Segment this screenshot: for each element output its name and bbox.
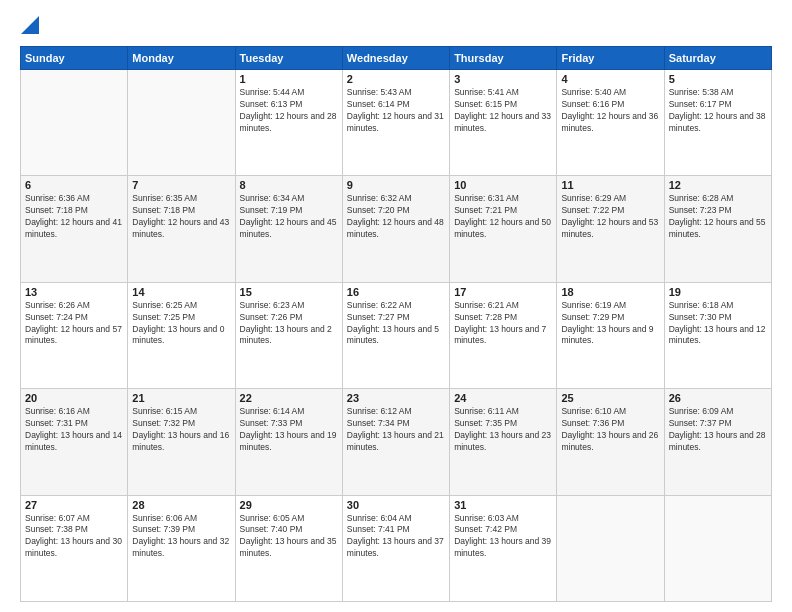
- calendar-cell: 6Sunrise: 6:36 AMSunset: 7:18 PMDaylight…: [21, 176, 128, 282]
- calendar-cell: 18Sunrise: 6:19 AMSunset: 7:29 PMDayligh…: [557, 282, 664, 388]
- day-info: Sunrise: 6:05 AMSunset: 7:40 PMDaylight:…: [240, 513, 338, 561]
- calendar-cell: [664, 495, 771, 601]
- calendar-cell: 16Sunrise: 6:22 AMSunset: 7:27 PMDayligh…: [342, 282, 449, 388]
- day-number: 24: [454, 392, 552, 404]
- day-number: 25: [561, 392, 659, 404]
- calendar-cell: [21, 70, 128, 176]
- day-number: 3: [454, 73, 552, 85]
- day-info: Sunrise: 6:04 AMSunset: 7:41 PMDaylight:…: [347, 513, 445, 561]
- calendar-cell: 19Sunrise: 6:18 AMSunset: 7:30 PMDayligh…: [664, 282, 771, 388]
- day-number: 4: [561, 73, 659, 85]
- calendar-cell: 10Sunrise: 6:31 AMSunset: 7:21 PMDayligh…: [450, 176, 557, 282]
- day-info: Sunrise: 6:03 AMSunset: 7:42 PMDaylight:…: [454, 513, 552, 561]
- day-number: 30: [347, 499, 445, 511]
- calendar-cell: 3Sunrise: 5:41 AMSunset: 6:15 PMDaylight…: [450, 70, 557, 176]
- day-info: Sunrise: 6:11 AMSunset: 7:35 PMDaylight:…: [454, 406, 552, 454]
- day-number: 27: [25, 499, 123, 511]
- day-info: Sunrise: 6:12 AMSunset: 7:34 PMDaylight:…: [347, 406, 445, 454]
- day-number: 2: [347, 73, 445, 85]
- day-number: 20: [25, 392, 123, 404]
- day-number: 23: [347, 392, 445, 404]
- day-info: Sunrise: 6:25 AMSunset: 7:25 PMDaylight:…: [132, 300, 230, 348]
- calendar-week-row: 6Sunrise: 6:36 AMSunset: 7:18 PMDaylight…: [21, 176, 772, 282]
- day-number: 8: [240, 179, 338, 191]
- day-info: Sunrise: 5:40 AMSunset: 6:16 PMDaylight:…: [561, 87, 659, 135]
- logo: [20, 16, 39, 36]
- calendar-cell: 31Sunrise: 6:03 AMSunset: 7:42 PMDayligh…: [450, 495, 557, 601]
- day-number: 1: [240, 73, 338, 85]
- calendar-cell: 8Sunrise: 6:34 AMSunset: 7:19 PMDaylight…: [235, 176, 342, 282]
- day-number: 10: [454, 179, 552, 191]
- svg-marker-0: [21, 16, 39, 34]
- calendar-cell: 7Sunrise: 6:35 AMSunset: 7:18 PMDaylight…: [128, 176, 235, 282]
- day-info: Sunrise: 6:31 AMSunset: 7:21 PMDaylight:…: [454, 193, 552, 241]
- weekday-header-friday: Friday: [557, 47, 664, 70]
- calendar-cell: 28Sunrise: 6:06 AMSunset: 7:39 PMDayligh…: [128, 495, 235, 601]
- day-number: 22: [240, 392, 338, 404]
- header: [20, 16, 772, 36]
- day-number: 5: [669, 73, 767, 85]
- calendar-cell: 29Sunrise: 6:05 AMSunset: 7:40 PMDayligh…: [235, 495, 342, 601]
- day-number: 14: [132, 286, 230, 298]
- calendar-cell: 4Sunrise: 5:40 AMSunset: 6:16 PMDaylight…: [557, 70, 664, 176]
- day-info: Sunrise: 6:14 AMSunset: 7:33 PMDaylight:…: [240, 406, 338, 454]
- calendar-week-row: 1Sunrise: 5:44 AMSunset: 6:13 PMDaylight…: [21, 70, 772, 176]
- day-number: 31: [454, 499, 552, 511]
- weekday-header-monday: Monday: [128, 47, 235, 70]
- calendar-cell: 14Sunrise: 6:25 AMSunset: 7:25 PMDayligh…: [128, 282, 235, 388]
- day-number: 19: [669, 286, 767, 298]
- day-number: 21: [132, 392, 230, 404]
- day-info: Sunrise: 6:35 AMSunset: 7:18 PMDaylight:…: [132, 193, 230, 241]
- weekday-header-wednesday: Wednesday: [342, 47, 449, 70]
- day-number: 29: [240, 499, 338, 511]
- day-info: Sunrise: 6:18 AMSunset: 7:30 PMDaylight:…: [669, 300, 767, 348]
- page: SundayMondayTuesdayWednesdayThursdayFrid…: [0, 0, 792, 612]
- day-number: 12: [669, 179, 767, 191]
- day-info: Sunrise: 6:06 AMSunset: 7:39 PMDaylight:…: [132, 513, 230, 561]
- calendar-cell: 25Sunrise: 6:10 AMSunset: 7:36 PMDayligh…: [557, 389, 664, 495]
- calendar-cell: 22Sunrise: 6:14 AMSunset: 7:33 PMDayligh…: [235, 389, 342, 495]
- calendar-cell: 13Sunrise: 6:26 AMSunset: 7:24 PMDayligh…: [21, 282, 128, 388]
- calendar-cell: 15Sunrise: 6:23 AMSunset: 7:26 PMDayligh…: [235, 282, 342, 388]
- calendar-cell: 11Sunrise: 6:29 AMSunset: 7:22 PMDayligh…: [557, 176, 664, 282]
- day-number: 16: [347, 286, 445, 298]
- day-info: Sunrise: 5:38 AMSunset: 6:17 PMDaylight:…: [669, 87, 767, 135]
- calendar-cell: [557, 495, 664, 601]
- calendar-header-row: SundayMondayTuesdayWednesdayThursdayFrid…: [21, 47, 772, 70]
- day-info: Sunrise: 6:22 AMSunset: 7:27 PMDaylight:…: [347, 300, 445, 348]
- weekday-header-tuesday: Tuesday: [235, 47, 342, 70]
- calendar-cell: 2Sunrise: 5:43 AMSunset: 6:14 PMDaylight…: [342, 70, 449, 176]
- calendar-cell: 5Sunrise: 5:38 AMSunset: 6:17 PMDaylight…: [664, 70, 771, 176]
- calendar-week-row: 20Sunrise: 6:16 AMSunset: 7:31 PMDayligh…: [21, 389, 772, 495]
- day-number: 26: [669, 392, 767, 404]
- calendar-cell: 26Sunrise: 6:09 AMSunset: 7:37 PMDayligh…: [664, 389, 771, 495]
- calendar-cell: 23Sunrise: 6:12 AMSunset: 7:34 PMDayligh…: [342, 389, 449, 495]
- day-info: Sunrise: 6:09 AMSunset: 7:37 PMDaylight:…: [669, 406, 767, 454]
- day-number: 15: [240, 286, 338, 298]
- day-info: Sunrise: 6:16 AMSunset: 7:31 PMDaylight:…: [25, 406, 123, 454]
- day-info: Sunrise: 6:07 AMSunset: 7:38 PMDaylight:…: [25, 513, 123, 561]
- calendar-cell: 21Sunrise: 6:15 AMSunset: 7:32 PMDayligh…: [128, 389, 235, 495]
- calendar-week-row: 13Sunrise: 6:26 AMSunset: 7:24 PMDayligh…: [21, 282, 772, 388]
- calendar-cell: 9Sunrise: 6:32 AMSunset: 7:20 PMDaylight…: [342, 176, 449, 282]
- calendar-cell: [128, 70, 235, 176]
- weekday-header-saturday: Saturday: [664, 47, 771, 70]
- calendar-cell: 12Sunrise: 6:28 AMSunset: 7:23 PMDayligh…: [664, 176, 771, 282]
- logo-line: [20, 16, 39, 36]
- day-info: Sunrise: 6:21 AMSunset: 7:28 PMDaylight:…: [454, 300, 552, 348]
- day-number: 18: [561, 286, 659, 298]
- day-number: 7: [132, 179, 230, 191]
- calendar-cell: 17Sunrise: 6:21 AMSunset: 7:28 PMDayligh…: [450, 282, 557, 388]
- day-info: Sunrise: 6:23 AMSunset: 7:26 PMDaylight:…: [240, 300, 338, 348]
- day-info: Sunrise: 6:19 AMSunset: 7:29 PMDaylight:…: [561, 300, 659, 348]
- day-number: 11: [561, 179, 659, 191]
- day-info: Sunrise: 6:15 AMSunset: 7:32 PMDaylight:…: [132, 406, 230, 454]
- day-number: 17: [454, 286, 552, 298]
- day-info: Sunrise: 5:43 AMSunset: 6:14 PMDaylight:…: [347, 87, 445, 135]
- calendar-cell: 30Sunrise: 6:04 AMSunset: 7:41 PMDayligh…: [342, 495, 449, 601]
- logo-triangle-icon: [21, 16, 39, 34]
- weekday-header-sunday: Sunday: [21, 47, 128, 70]
- day-info: Sunrise: 6:10 AMSunset: 7:36 PMDaylight:…: [561, 406, 659, 454]
- day-info: Sunrise: 6:32 AMSunset: 7:20 PMDaylight:…: [347, 193, 445, 241]
- calendar-week-row: 27Sunrise: 6:07 AMSunset: 7:38 PMDayligh…: [21, 495, 772, 601]
